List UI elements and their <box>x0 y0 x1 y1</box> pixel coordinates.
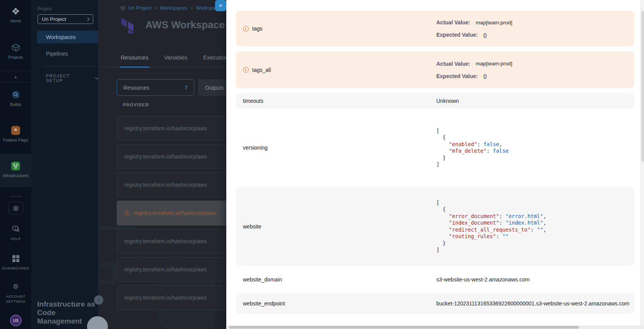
attribute-name: website_endpoint <box>243 300 285 307</box>
drift-details-drawer: × itagsActual Value:map[team:prod]Expect… <box>226 0 644 329</box>
expected-value-label: Expected Value: <box>436 73 478 79</box>
attribute-value-cell: bucket-120231113165336922600000001.s3-we… <box>436 300 634 307</box>
drift-rows: itagsActual Value:map[team:prod]Expected… <box>226 11 644 314</box>
provider-cell: registry.terraform.io/hashicorp/aws <box>124 266 207 273</box>
table-row[interactable]: iregistry.terraform.io/hashicorp/aws <box>117 201 226 225</box>
table-row[interactable]: registry.terraform.io/hashicorp/aws <box>117 116 226 141</box>
attribute-name: timeouts <box>243 98 263 104</box>
module-rail: ❖ Home Projects ▲ Builds ⚑ <box>0 0 31 329</box>
attribute-value: bucket-120231113165336922600000001.s3-we… <box>436 300 629 307</box>
terraform-logo <box>121 17 137 35</box>
resources-card-label: Resources <box>123 85 149 91</box>
drift-row-website: website[ { "error_document": "error.html… <box>236 187 634 266</box>
rail-item-label: Feature Flags <box>0 138 31 142</box>
provider-cell: registry.terraform.io/hashicorp/aws <box>133 210 216 216</box>
workspace-cube-icon <box>120 5 125 10</box>
expected-value-label: Expected Value: <box>436 32 478 38</box>
rail-item-help[interactable]: ? HELP <box>0 224 31 241</box>
table-row[interactable]: registry.terraform.io/hashicorp/aws <box>117 144 226 169</box>
attribute-value-cell: Unknown <box>436 98 634 104</box>
actual-value-line: Actual Value:map[team:prod] <box>436 61 634 67</box>
attribute-json-value: [ { "error_document": "error.html", "ind… <box>436 199 634 254</box>
rail-divider <box>10 196 22 197</box>
rail-item-account-settings[interactable]: ⚙ ACCOUNT SETTINGS <box>0 281 31 304</box>
resources-card[interactable]: Resources 7 <box>117 79 194 96</box>
table-row[interactable]: registry.terraform.io/hashicorp/aws <box>117 172 226 197</box>
rail-item-label: Projects <box>0 55 31 60</box>
drift-flag-icon: i <box>243 67 249 73</box>
table-row[interactable]: registry.terraform.io/hashicorp/aws <box>117 229 226 254</box>
table-row[interactable]: registry.terraform.io/hashicorp/aws <box>117 257 226 282</box>
attribute-name-cell: website <box>243 223 436 230</box>
project-selector[interactable]: Uri Project <box>38 14 93 24</box>
tab-resources[interactable]: Resources <box>120 50 149 68</box>
rail-scroll-up[interactable]: ▲ <box>0 71 31 82</box>
drift-row-timeouts: timeoutsUnknown <box>236 93 634 109</box>
rail-item-label: Builds <box>0 102 31 107</box>
rail-item-label: HELP <box>0 237 31 241</box>
drift-warning-icon: i <box>124 210 130 216</box>
actual-value: map[team:prod] <box>476 61 512 66</box>
project-setup-toggle[interactable]: PROJECT SETUP <box>46 73 98 83</box>
resources-count: 7 <box>184 84 188 91</box>
gear-icon: ⚙ <box>13 283 19 291</box>
actual-value-line: Actual Value:map[team:prod] <box>436 19 634 26</box>
rail-item-dashboards[interactable]: DASHBOARDS <box>0 254 31 270</box>
user-avatar[interactable]: US <box>10 315 22 326</box>
attribute-name: versioning <box>243 145 268 151</box>
horizontal-scrollbar-thumb[interactable] <box>229 326 579 329</box>
project-setup-label: PROJECT SETUP <box>46 73 87 83</box>
breadcrumb-separator: > <box>154 5 157 11</box>
harness-logo-icon: ❖ <box>11 6 20 16</box>
rail-item-label: DASHBOARDS <box>0 266 31 270</box>
module-selector-icon[interactable]: ▦ <box>9 201 23 215</box>
actual-value: map[team:prod] <box>476 20 512 26</box>
attribute-name: website_domain <box>243 276 282 283</box>
drift-row-tags_all: itags_allActual Value:map[team:prod]Expe… <box>236 51 634 88</box>
outputs-card[interactable]: Outputs <box>198 79 226 96</box>
attribute-name: website <box>243 223 261 230</box>
project-label: Project <box>38 6 52 12</box>
attribute-value: Unknown <box>436 98 459 104</box>
expected-value-line: Expected Value:{} <box>436 73 634 79</box>
expected-value: {} <box>483 32 487 38</box>
attribute-name-cell: itags_all <box>243 67 436 73</box>
rail-item-label: Infrastructures <box>0 173 31 178</box>
workspace-main: Uri Project>Workspaces>Workspace - AW AW… <box>98 0 226 329</box>
attribute-name-cell: versioning <box>243 145 436 151</box>
actual-value-label: Actual Value: <box>436 61 470 67</box>
rail-item-home[interactable]: ❖ Home <box>0 6 31 23</box>
chevron-right-icon <box>86 17 90 21</box>
dashboards-icon <box>12 255 19 262</box>
tab-executions[interactable]: Executions <box>202 50 226 67</box>
sidebar-item-workspaces[interactable]: Workspaces <box>37 31 98 43</box>
crumb-uri-project[interactable]: Uri Project <box>128 5 152 11</box>
attribute-value-cell: Actual Value:map[team:prod]Expected Valu… <box>436 61 634 79</box>
table-row[interactable]: registry.terraform.io/hashicorp/aws <box>117 285 226 310</box>
workspace-tabs: ResourcesVariablesExecutions <box>98 50 226 67</box>
sidebar-collapse-handle[interactable]: ‹ <box>94 295 103 305</box>
app-background: ❖ Home Projects ▲ Builds ⚑ <box>0 0 226 329</box>
provider-cell: registry.terraform.io/hashicorp/aws <box>124 182 207 188</box>
drift-row-tags: itagsActual Value:map[team:prod]Expected… <box>236 11 634 46</box>
attribute-value-cell: [ { "enabled": false, "mfa_delete": fals… <box>436 128 634 168</box>
close-drawer-button[interactable]: × <box>215 0 226 11</box>
rail-item-feature-flags[interactable]: ⚑ Feature Flags <box>0 125 31 142</box>
builds-icon <box>0 90 31 100</box>
rail-item-projects[interactable]: Projects <box>0 43 31 60</box>
rail-item-label: ACCOUNT SETTINGS <box>4 294 28 304</box>
provider-cell: registry.terraform.io/hashicorp/aws <box>124 238 207 244</box>
attribute-name-cell: timeouts <box>243 98 436 104</box>
feature-flags-icon: ⚑ <box>11 126 20 135</box>
vertical-scrollbar-thumb[interactable] <box>641 11 644 162</box>
provider-cell: registry.terraform.io/hashicorp/aws <box>124 153 207 160</box>
crumb-workspaces[interactable]: Workspaces <box>160 5 187 11</box>
attribute-name: tags_all <box>252 67 271 73</box>
attribute-name-cell: website_endpoint <box>243 300 436 307</box>
attribute-name-cell: website_domain <box>243 276 436 283</box>
sidebar-item-pipelines[interactable]: Pipelines <box>37 47 98 60</box>
rail-item-builds[interactable]: Builds <box>0 90 31 107</box>
tab-variables[interactable]: Variables <box>163 50 188 67</box>
rail-item-infrastructures[interactable]: Infrastructures <box>0 161 31 178</box>
attribute-json-value: [ { "enabled": false, "mfa_delete": fals… <box>436 128 634 168</box>
